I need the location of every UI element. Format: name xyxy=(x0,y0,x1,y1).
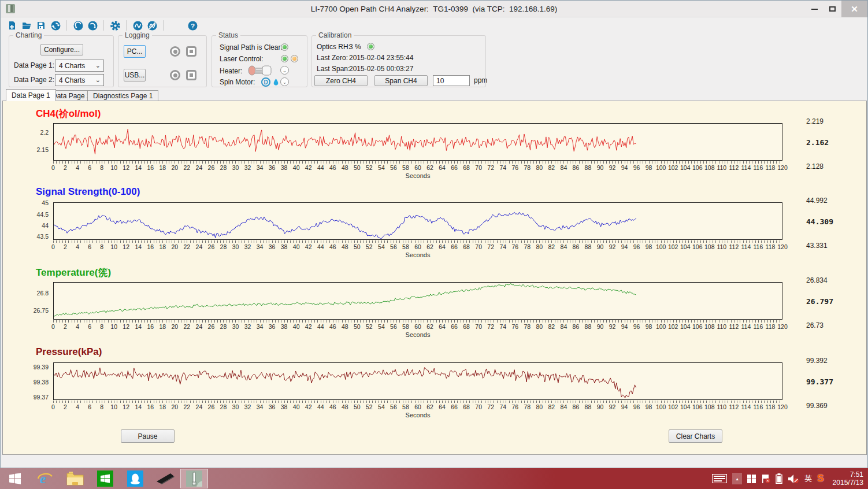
y-tick-label: 99.37 xyxy=(34,394,49,401)
x-axis-ticks-pressure xyxy=(53,401,782,403)
help-icon[interactable]: ? xyxy=(187,20,198,31)
x-tick-label: 48 xyxy=(342,323,348,330)
stat-max-signal-strength: 44.992 xyxy=(806,197,828,205)
x-tick-label: 86 xyxy=(573,164,580,171)
chart-block-signal-strength: Signal Strength(0-100)4544.54443.5024681… xyxy=(3,187,867,262)
refresh-icon[interactable] xyxy=(50,20,61,31)
x-tick-label: 54 xyxy=(378,323,385,330)
laser-scan-off-icon[interactable] xyxy=(146,20,158,31)
span-ch4-button[interactable]: Span CH4 xyxy=(374,75,428,86)
x-tick-label: 44 xyxy=(317,323,324,330)
close-button[interactable]: ✕ xyxy=(841,1,867,17)
new-file-icon[interactable] xyxy=(6,20,18,31)
pen-device-icon[interactable] xyxy=(150,468,180,489)
x-tick-label: 110 xyxy=(717,403,726,410)
spin-motor-expander-icon[interactable]: ⌄ xyxy=(280,77,289,86)
x-axis-ticks-ch4 xyxy=(53,161,782,164)
logging-group-label: Logging xyxy=(123,31,152,39)
stat-max-ch4: 2.219 xyxy=(806,117,824,125)
data-page-2-select[interactable]: 4 Charts ⌄ xyxy=(55,74,104,86)
li7700-app-button[interactable] xyxy=(180,469,208,488)
taskbar-clock[interactable]: 7:51 2015/7/13 xyxy=(829,471,863,487)
heater-expander-icon[interactable]: ⌄ xyxy=(280,66,289,75)
last-span-label: Last Span: xyxy=(317,65,350,73)
open-file-icon[interactable] xyxy=(21,20,32,31)
x-tick-label: 66 xyxy=(451,164,458,171)
x-tick-label: 70 xyxy=(475,243,482,250)
x-tick-label: 46 xyxy=(329,243,336,250)
x-tick-label: 24 xyxy=(196,164,203,171)
x-tick-label: 118 xyxy=(766,243,776,250)
usb-stop-icon[interactable] xyxy=(186,70,196,80)
span-target-input[interactable]: 10 xyxy=(433,75,470,86)
chart-line-ch4 xyxy=(54,124,783,161)
x-tick-label: 78 xyxy=(524,403,531,410)
x-tick-label: 118 xyxy=(766,403,776,410)
ime-language-indicator[interactable]: 英 xyxy=(804,473,812,484)
zero-ch4-button[interactable]: Zero CH4 xyxy=(314,75,368,86)
x-tick-label: 14 xyxy=(135,403,142,410)
x-tick-label: 6 xyxy=(88,323,91,330)
internet-explorer-icon[interactable]: e xyxy=(30,468,60,489)
x-tick-label: 30 xyxy=(232,403,239,410)
minimize-button[interactable] xyxy=(806,1,824,17)
clear-charts-button[interactable]: Clear Charts xyxy=(669,429,722,443)
data-page-1-select[interactable]: 4 Charts ⌄ xyxy=(55,60,104,72)
plot-area-ch4 xyxy=(53,123,782,161)
x-tick-label: 2 xyxy=(64,403,67,410)
x-tick-label: 60 xyxy=(414,164,421,171)
x-tick-label: 62 xyxy=(426,403,433,410)
qq-icon[interactable] xyxy=(120,468,150,489)
svg-text:?: ? xyxy=(190,21,194,29)
status-group-label: Status xyxy=(216,31,240,39)
x-tick-label: 112 xyxy=(729,403,739,410)
x-tick-label: 96 xyxy=(633,403,640,410)
file-explorer-icon[interactable] xyxy=(60,468,90,489)
x-axis-title-temperature: Seconds xyxy=(406,331,431,338)
connect-icon[interactable] xyxy=(72,20,84,31)
tab-diagnostics-page-1[interactable]: Diagnostics Page 1 xyxy=(87,90,158,101)
windows-store-icon[interactable] xyxy=(90,468,120,489)
start-button[interactable] xyxy=(0,468,30,489)
usb-record-icon[interactable] xyxy=(170,70,180,80)
x-tick-label: 92 xyxy=(609,243,616,250)
x-tick-label: 82 xyxy=(548,403,555,410)
action-center-flag-icon[interactable]: ✕ xyxy=(761,468,770,489)
x-tick-label: 42 xyxy=(305,323,312,330)
sogou-input-icon[interactable]: S xyxy=(817,473,824,484)
x-tick-label: 60 xyxy=(414,243,421,250)
y-tick-label: 99.39 xyxy=(34,364,49,371)
x-tick-label: 14 xyxy=(135,164,142,171)
stat-max-pressure: 99.392 xyxy=(806,357,828,365)
x-tick-label: 38 xyxy=(281,323,288,330)
windows-update-tray-icon[interactable] xyxy=(747,468,756,489)
save-icon[interactable] xyxy=(35,20,47,31)
x-tick-label: 58 xyxy=(402,323,409,330)
system-tray: ▲ ✕ 英 S 7:51 2015/7/13 xyxy=(712,468,868,489)
disconnect-icon[interactable] xyxy=(87,20,98,31)
settings-icon[interactable] xyxy=(109,20,121,31)
x-tick-label: 70 xyxy=(475,164,482,171)
x-tick-label: 82 xyxy=(548,323,555,330)
x-tick-label: 100 xyxy=(656,403,666,410)
battery-icon[interactable] xyxy=(776,468,782,489)
touch-keyboard-icon[interactable] xyxy=(712,468,727,489)
usb-logging-button[interactable]: USB... xyxy=(124,69,146,82)
x-tick-label: 34 xyxy=(257,164,264,171)
tab-data-page-1[interactable]: Data Page 1 xyxy=(6,89,56,101)
x-tick-label: 26 xyxy=(208,243,215,250)
x-tick-label: 56 xyxy=(390,403,397,410)
maximize-button[interactable] xyxy=(824,1,841,17)
pause-button[interactable]: Pause xyxy=(121,429,175,443)
pc-record-icon[interactable] xyxy=(170,46,180,57)
x-axis-ticks-temperature xyxy=(53,320,782,323)
x-tick-label: 116 xyxy=(754,403,763,410)
show-hidden-icons-button[interactable]: ▲ xyxy=(732,473,742,484)
volume-muted-icon[interactable] xyxy=(788,468,799,489)
x-tick-label: 16 xyxy=(147,243,154,250)
configure-button[interactable]: Configure... xyxy=(40,44,83,55)
laser-scan-icon[interactable] xyxy=(132,20,143,31)
pc-logging-button[interactable]: PC... xyxy=(124,45,146,58)
spin-motor-label: Spin Motor: xyxy=(220,78,255,86)
pc-stop-icon[interactable] xyxy=(186,46,196,57)
